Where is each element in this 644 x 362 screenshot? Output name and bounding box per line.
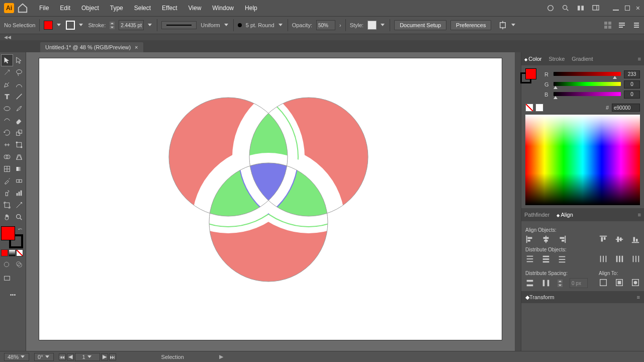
first-page-icon[interactable]: ⏮ (59, 353, 66, 360)
ellipse-tool[interactable] (1, 103, 13, 115)
shaper-tool[interactable] (1, 115, 13, 127)
zoom-tool[interactable] (13, 211, 25, 223)
rotate-field[interactable]: 0° (34, 353, 54, 361)
width-tool[interactable] (1, 139, 13, 151)
panel-menu-icon[interactable]: ≡ (638, 56, 641, 62)
prev-page-icon[interactable]: ◀ (67, 353, 74, 360)
color-mode-none[interactable] (16, 249, 23, 256)
maximize-icon[interactable] (625, 6, 630, 11)
menu-help[interactable]: Help (241, 3, 261, 14)
fill-stroke-control[interactable]: ⤺ (1, 226, 23, 248)
artboard[interactable] (39, 58, 502, 340)
color-mode-gradient[interactable] (9, 249, 16, 256)
gradient-tool[interactable] (13, 163, 25, 175)
document-setup-button[interactable]: Document Setup (394, 20, 446, 30)
toolbox-more-icon[interactable]: ••• (1, 289, 25, 301)
panel-menu-icon[interactable]: ≡ (638, 212, 641, 218)
search-icon[interactable] (562, 4, 570, 12)
grid-icon[interactable] (604, 21, 612, 29)
lasso-tool[interactable] (13, 66, 25, 78)
canvas-area[interactable] (26, 52, 515, 351)
symbol-sprayer-tool[interactable] (1, 187, 13, 199)
menu-select[interactable]: Select (130, 3, 155, 14)
tab-align[interactable]: Align (557, 212, 573, 218)
align-to-artboard-icon[interactable] (615, 278, 624, 287)
white-swatch[interactable] (535, 104, 543, 112)
stroke-dd-icon[interactable] (148, 23, 153, 28)
shape-builder-tool[interactable] (1, 151, 13, 163)
free-transform-tool[interactable] (13, 139, 25, 151)
expand-strip[interactable]: ◀◀ (0, 34, 644, 40)
screen-mode-icon[interactable] (1, 273, 13, 285)
align-to-selection-icon[interactable] (599, 278, 608, 287)
align-left-icon[interactable] (525, 235, 534, 244)
color-mode-solid[interactable] (1, 249, 8, 256)
menu-view[interactable]: View (185, 3, 206, 14)
brush-dd-icon[interactable] (279, 23, 284, 28)
swap-icon[interactable]: ⤺ (18, 226, 22, 232)
close-tab-icon[interactable]: × (135, 44, 138, 50)
pen-tool[interactable] (1, 78, 13, 90)
spacing-stepper[interactable] (558, 280, 563, 287)
b-value[interactable]: 0 (624, 90, 640, 99)
menu-object[interactable]: Object (77, 3, 103, 14)
dist-bottom-icon[interactable] (558, 254, 567, 263)
hex-field[interactable] (612, 104, 640, 112)
menu-type[interactable]: Type (106, 3, 127, 14)
zoom-field[interactable]: 48% (4, 353, 29, 361)
paintbrush-tool[interactable] (13, 103, 25, 115)
eyedropper-tool[interactable] (1, 175, 13, 187)
color-spectrum[interactable] (525, 115, 640, 205)
align-right-icon[interactable] (558, 235, 567, 244)
menu-window[interactable]: Window (208, 3, 238, 14)
dist-left-icon[interactable] (599, 254, 608, 263)
preferences-button[interactable]: Preferences (450, 20, 491, 30)
next-page-icon[interactable]: ▶ (101, 353, 108, 360)
opacity-expand-icon[interactable]: › (339, 22, 341, 28)
arrange-icon[interactable] (577, 4, 585, 12)
align-hcenter-icon[interactable] (541, 235, 550, 244)
align-to-key-icon[interactable] (631, 278, 640, 287)
align-target-icon[interactable] (498, 21, 507, 30)
opacity-field[interactable] (316, 20, 335, 30)
eraser-tool[interactable] (13, 115, 25, 127)
tab-pathfinder[interactable]: Pathfinder (524, 212, 549, 218)
r-value[interactable]: 233 (624, 70, 640, 78)
draw-behind-icon[interactable] (14, 258, 25, 270)
b-slider[interactable] (554, 92, 621, 97)
panel-menu-icon[interactable]: ≡ (637, 294, 640, 300)
column-graph-tool[interactable] (13, 187, 25, 199)
cloud-icon[interactable] (546, 4, 555, 12)
style-swatch[interactable] (367, 21, 377, 30)
menu-effect[interactable]: Effect (158, 3, 181, 14)
tab-stroke[interactable]: Stroke (549, 56, 565, 62)
flow-icon[interactable] (618, 21, 626, 29)
type-tool[interactable] (1, 90, 13, 103)
line-tool[interactable] (13, 90, 25, 103)
curvature-tool[interactable] (13, 78, 25, 90)
dist-right-icon[interactable] (631, 254, 640, 263)
dist-top-icon[interactable] (525, 254, 534, 263)
list-icon[interactable] (632, 21, 640, 29)
slice-tool[interactable] (13, 199, 25, 211)
hand-tool[interactable] (1, 211, 13, 223)
last-page-icon[interactable]: ⏭ (109, 353, 116, 360)
home-icon[interactable] (17, 3, 28, 14)
menu-file[interactable]: File (35, 3, 53, 14)
align-top-icon[interactable] (599, 235, 608, 244)
dist-vspace-icon[interactable] (525, 279, 534, 288)
magic-wand-tool[interactable] (1, 66, 13, 78)
direct-selection-tool[interactable] (13, 54, 25, 66)
fill-color-icon[interactable] (1, 226, 15, 240)
profile-dd-icon[interactable] (224, 23, 229, 28)
g-slider[interactable] (554, 82, 621, 87)
menu-edit[interactable]: Edit (56, 3, 74, 14)
document-tab[interactable]: Untitled-1* @ 48 % (RGB/Preview) × (40, 42, 143, 52)
stroke-stepper[interactable] (110, 22, 115, 29)
style-dd-icon[interactable] (381, 23, 386, 28)
g-value[interactable]: 0 (624, 80, 640, 88)
dist-hspace-icon[interactable] (541, 279, 550, 288)
align-bottom-icon[interactable] (631, 235, 640, 244)
app-icon[interactable]: Ai (4, 3, 14, 13)
fill-dropdown-icon[interactable] (57, 23, 62, 28)
